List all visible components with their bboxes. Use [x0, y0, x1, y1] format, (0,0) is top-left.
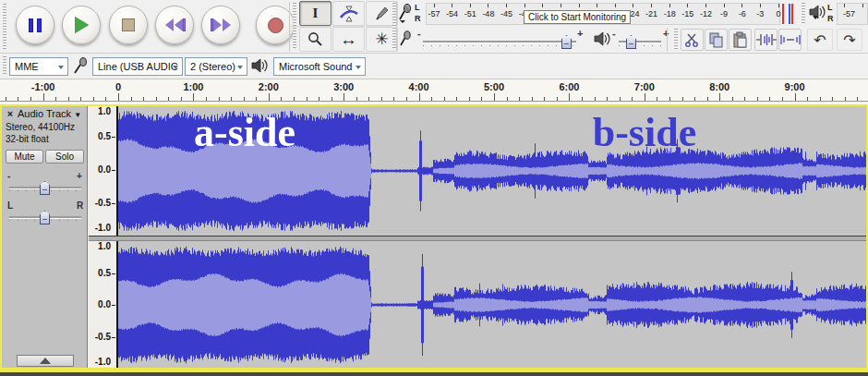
meter-scale-label: -51 [461, 9, 479, 18]
envelope-tool-button[interactable] [332, 1, 365, 26]
input-channels-dropdown[interactable]: 2 (Stereo) [185, 57, 247, 76]
redo-icon: ↷ [843, 31, 855, 49]
timeline-minor-tick [206, 97, 207, 101]
timeline-major-tick [719, 93, 720, 101]
input-device-value: Line (USB AUDIC [98, 61, 178, 72]
a-side-label: a-side [162, 113, 328, 153]
timeshift-tool-button[interactable]: ↔ [332, 27, 365, 52]
mute-button[interactable]: Mute [6, 150, 43, 164]
timeline-minor-tick [532, 97, 533, 101]
meter-scale-label: -6 [733, 9, 752, 18]
gain-min-label: - [7, 172, 10, 181]
undo-button[interactable]: ↶ [807, 29, 833, 51]
amplitude-tick [112, 273, 115, 274]
timeline-minor-tick [105, 97, 106, 101]
timeline-minor-tick [769, 97, 770, 101]
timeline-minor-tick [256, 97, 257, 101]
meter-scale-label: -57 [425, 9, 443, 18]
output-device-dropdown[interactable]: Microsoft Sound [273, 57, 366, 76]
timeline-minor-tick [406, 97, 407, 101]
selection-tool-button[interactable]: I [299, 1, 332, 26]
meter-scale-tick [452, 4, 452, 7]
trim-outside-selection-button[interactable] [754, 29, 778, 51]
amplitude-label: 0.5 [88, 131, 111, 141]
playback-meter-right-label: R [827, 15, 834, 23]
track-title-menu[interactable]: Audio Track ▼ [18, 108, 81, 119]
timeline-label: 4:00 [409, 81, 429, 92]
timeshift-icon: ↔ [340, 30, 357, 50]
timeline-minor-tick [55, 97, 56, 101]
meter-scale-tick [778, 4, 779, 7]
meter-scale-tick [506, 4, 507, 7]
timeline-major-tick [269, 93, 270, 101]
timeline-minor-tick [368, 97, 369, 101]
track-control-panel [2, 106, 88, 368]
record-meter-microphone-icon [398, 3, 413, 23]
edit-toolbar-grip[interactable] [674, 29, 678, 50]
timeline-label: 6:00 [559, 81, 579, 92]
timeline-major-tick [118, 93, 119, 101]
redo-button[interactable]: ↷ [837, 29, 862, 51]
playback-meter-scale-label: -57 [843, 9, 855, 18]
pan-right-label: R [77, 201, 83, 211]
playback-meter-left-label: L [827, 4, 833, 12]
amplitude-tick [112, 337, 115, 338]
toolbar-separator [396, 2, 397, 52]
amplitude-tick [112, 170, 115, 171]
input-volume-slider-thumb[interactable] [561, 35, 572, 49]
collapse-track-button[interactable] [17, 355, 74, 367]
dropdown-arrow-icon [356, 66, 361, 69]
pause-button[interactable] [16, 6, 54, 44]
b-side-label: b-side [561, 113, 728, 153]
meter-scale-tick [862, 4, 863, 7]
timeline-major-tick [344, 93, 344, 101]
input-volume-slider[interactable] [423, 41, 576, 42]
waveform-channel-right[interactable] [118, 241, 866, 368]
amplitude-tick [112, 305, 115, 306]
output-volume-slider-thumb[interactable] [626, 35, 636, 49]
timeline-label: 0 [115, 81, 121, 92]
cut-button[interactable] [681, 29, 704, 51]
copy-button[interactable] [705, 29, 728, 51]
track-bitdepth-info: 32-bit float [6, 134, 49, 144]
timeline-label: 1:00 [183, 81, 203, 92]
track-menu-arrow-icon: ▼ [74, 111, 81, 119]
play-button[interactable] [62, 6, 101, 44]
paste-icon [732, 31, 749, 48]
timeline-minor-tick [381, 97, 382, 101]
skip-to-end-button[interactable] [201, 6, 240, 44]
audio-host-dropdown[interactable]: MME [9, 57, 68, 76]
solo-button[interactable]: Solo [45, 150, 84, 164]
input-device-dropdown[interactable]: Line (USB AUDIC [92, 57, 183, 76]
meter-scale-label: -12 [696, 9, 715, 18]
skip-end-icon [213, 18, 222, 31]
timeline-minor-tick [143, 97, 144, 101]
close-track-button[interactable]: × [5, 108, 16, 119]
input-device-microphone-icon [73, 57, 89, 76]
meter-scale-tick [687, 4, 688, 7]
skip-to-start-button[interactable] [155, 6, 194, 44]
silence-selection-button[interactable] [778, 29, 802, 51]
paste-button[interactable] [729, 29, 752, 51]
skip-start-icon [165, 18, 174, 31]
transport-toolbar-grip[interactable] [3, 4, 6, 49]
timeline-label: -1:00 [31, 81, 55, 92]
meter-scale-tick [488, 4, 488, 7]
meter-scale-label: -9 [715, 9, 733, 18]
collapse-arrow-icon [40, 358, 51, 364]
timeline-minor-tick [732, 97, 733, 101]
device-toolbar-grip[interactable] [3, 56, 6, 76]
undo-icon: ↶ [814, 31, 826, 49]
timeline-minor-tick [669, 97, 670, 101]
pan-left-label: L [7, 201, 13, 211]
meter-toolbar-grip[interactable] [392, 3, 396, 50]
amplitude-label: 0.5 [88, 268, 111, 278]
timeline-ruler[interactable]: -1:0001:002:003:004:005:006:007:008:009:… [0, 79, 868, 102]
stop-button[interactable] [109, 6, 148, 44]
output-volume-slider[interactable] [619, 41, 661, 42]
close-icon: × [7, 108, 13, 119]
timeline-minor-tick [231, 97, 232, 101]
track-format-info: Stereo, 44100Hz [6, 122, 75, 132]
zoom-tool-button[interactable] [299, 27, 332, 52]
playback-meter-grip[interactable] [802, 3, 805, 24]
